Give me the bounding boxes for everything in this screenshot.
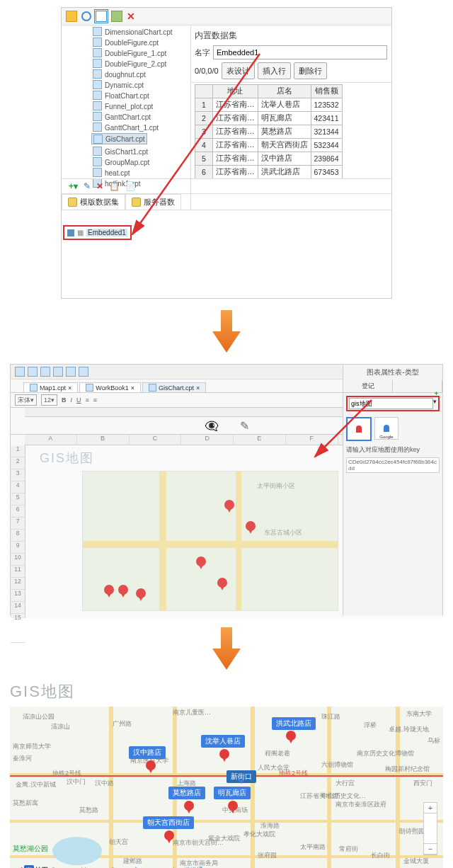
- baidu-map[interactable]: 清凉山公园 清凉山 广州路 南京儿童医… 珠江路 浮桥 东南大学 卓越.玲珑天地…: [10, 707, 443, 868]
- data-editor-window: ✕ DimensionalChart.cptDoubleFigure.cptDo…: [61, 7, 392, 299]
- table-row[interactable]: 5江苏省南…汉中路店239864: [195, 152, 343, 166]
- file-item[interactable]: DoubleFigure.cpt: [91, 38, 189, 48]
- add-icon[interactable]: +▾: [69, 181, 78, 191]
- key-label: 请输入对应地图使用的key: [343, 444, 442, 456]
- zoom-slider[interactable]: [424, 813, 437, 844]
- name-input[interactable]: [213, 45, 387, 59]
- close-tab-icon[interactable]: ×: [131, 384, 134, 392]
- file-item[interactable]: DimensionalChart.cpt: [91, 27, 189, 38]
- poi-label[interactable]: 朝天宫西街店: [143, 816, 194, 829]
- tab-workbook1[interactable]: WorkBook1×: [79, 382, 141, 392]
- embedded-item[interactable]: ▦ Embedded1: [63, 225, 132, 240]
- file-item[interactable]: GisChart1.cpt: [91, 147, 189, 157]
- close-tab-icon[interactable]: ×: [196, 384, 200, 392]
- zoom-in-icon[interactable]: +: [424, 803, 437, 813]
- align-center-icon[interactable]: ≡: [93, 396, 97, 404]
- map-pin-icon: [146, 760, 156, 773]
- file-item[interactable]: FloatChart.cpt: [91, 91, 189, 101]
- italic-icon[interactable]: I: [71, 396, 73, 404]
- map-pin-icon: [217, 578, 227, 590]
- file-item[interactable]: Funnel_plot.cpt: [91, 101, 189, 112]
- tab-server-dataset[interactable]: 服务器数: [125, 194, 181, 210]
- paste-icon[interactable]: 📄: [125, 181, 136, 191]
- file-item[interactable]: doughnut.cpt: [91, 69, 189, 80]
- design-button[interactable]: 表设计: [222, 62, 255, 79]
- poi-label[interactable]: 沈举人巷店: [201, 735, 245, 748]
- add-chart-icon[interactable]: +: [435, 390, 438, 397]
- new-icon[interactable]: [96, 11, 107, 22]
- table-row[interactable]: 1江苏省南…沈举人巷店123532: [195, 98, 343, 112]
- edit-icon[interactable]: ✎: [84, 181, 91, 191]
- map-pin-icon: [224, 500, 234, 513]
- zoom-control[interactable]: + −: [423, 802, 437, 855]
- save-icon[interactable]: [15, 367, 25, 377]
- file-icon: [149, 384, 156, 392]
- map-pin-icon: [246, 521, 256, 534]
- table-row[interactable]: 2江苏省南…明瓦廊店423411: [195, 112, 343, 125]
- file-item[interactable]: GanttChart_1.cpt: [91, 122, 189, 133]
- tab-gischart[interactable]: GisChart.cpt×: [142, 382, 206, 392]
- db-icon[interactable]: [111, 11, 122, 22]
- name-label: 名字: [195, 45, 210, 59]
- poi-label[interactable]: 明瓦廊店: [214, 787, 251, 799]
- font-select[interactable]: 宋体 ▾: [15, 394, 37, 406]
- file-item[interactable]: GanttChart.cpt: [91, 112, 189, 122]
- bold-icon[interactable]: B: [62, 396, 67, 404]
- refresh-icon[interactable]: [81, 11, 91, 21]
- key-input[interactable]: CDe0d2784cc2ec454fc87f68b364cdd: [346, 457, 440, 473]
- flow-arrow-icon: [212, 310, 241, 353]
- poi-label[interactable]: 洪武北路店: [272, 717, 316, 730]
- align-left-icon[interactable]: ≡: [86, 396, 89, 404]
- undo-icon[interactable]: [28, 367, 38, 377]
- delete-row-button[interactable]: 删除行: [294, 62, 327, 79]
- dataset-panel: 内置数据集 名字 0/0,0/0 表设计 插入行 删除行 地址店名销售额 1江苏…: [190, 25, 391, 299]
- map-pin-icon: [136, 588, 146, 601]
- zoom-out-icon[interactable]: −: [424, 844, 437, 855]
- dataset-title: 内置数据集: [195, 28, 387, 42]
- close-tab-icon[interactable]: ×: [68, 384, 71, 392]
- cut-icon[interactable]: [53, 367, 63, 377]
- insert-row-button[interactable]: 插入行: [258, 62, 291, 79]
- size-select[interactable]: 12 ▾: [41, 394, 57, 406]
- map-type-select[interactable]: ▾: [346, 396, 440, 411]
- dropdown-icon[interactable]: ▾: [433, 398, 437, 409]
- poi-label[interactable]: 莫愁路店: [168, 787, 205, 799]
- delete-icon[interactable]: ✕: [96, 181, 103, 191]
- poi-label[interactable]: 汉中路店: [129, 746, 166, 759]
- row-headers: 123456789101112131415: [11, 445, 25, 618]
- tab-register[interactable]: 登记: [343, 380, 393, 392]
- file-item[interactable]: DoubleFigure_2.cpt: [91, 59, 189, 69]
- file-item[interactable]: GroupMap.cpt: [91, 157, 189, 168]
- data-table: 地址店名销售额 1江苏省南…沈举人巷店1235322江苏省南…明瓦廊店42341…: [195, 84, 343, 179]
- file-item[interactable]: DoubleFigure_1.cpt: [91, 48, 189, 59]
- open-icon[interactable]: [66, 11, 77, 22]
- counter-text: 0/0,0/0: [195, 64, 219, 78]
- daodaotong-link[interactable]: 道道通: [184, 866, 203, 869]
- file-item[interactable]: Dynamic.cpt: [91, 80, 189, 91]
- eye-slash-icon[interactable]: 👁️‍🗨️: [205, 419, 219, 433]
- map-thumb-baidu[interactable]: [346, 417, 372, 441]
- paste-icon[interactable]: [79, 367, 88, 377]
- close-icon[interactable]: ✕: [127, 11, 135, 22]
- underline-icon[interactable]: U: [76, 396, 81, 404]
- map-pin-icon: [118, 585, 128, 598]
- dataset-list-panel: +▾ ✎ ✕ 📋 📄 模版数据集 服务器数: [62, 178, 391, 210]
- poi-newjiekou[interactable]: 新街口: [226, 770, 256, 783]
- table-row[interactable]: 6江苏省南…洪武北路店673453: [195, 166, 343, 179]
- redo-icon[interactable]: [40, 367, 50, 377]
- file-item[interactable]: heat.cpt: [91, 168, 189, 178]
- copy-icon[interactable]: [66, 367, 76, 377]
- map-credit: Bai百地图 © 2016 Baidu - Data © NavInfo & C…: [13, 865, 203, 868]
- map-pin-icon: [164, 830, 174, 843]
- file-item[interactable]: GisChart.cpt: [91, 133, 147, 144]
- tab-map1[interactable]: Map1.cpt×: [23, 382, 78, 392]
- map-thumb-google[interactable]: Google: [374, 417, 398, 440]
- baidu-logo: Bai百地图: [13, 865, 48, 868]
- table-row[interactable]: 4江苏省南…朝天宫西街店532344: [195, 139, 343, 152]
- flow-arrow-icon: [212, 627, 241, 670]
- tab-template-dataset[interactable]: 模版数据集: [62, 194, 125, 210]
- gis-result: GIS地图 清凉山公园 清凉山 广州路 南京儿童医… 珠江路 浮桥 东南大学 卓…: [10, 681, 443, 868]
- copy-icon[interactable]: 📋: [109, 181, 120, 191]
- pencil-icon[interactable]: ✎: [240, 419, 249, 433]
- table-row[interactable]: 3江苏省南…莫愁路店321344: [195, 125, 343, 139]
